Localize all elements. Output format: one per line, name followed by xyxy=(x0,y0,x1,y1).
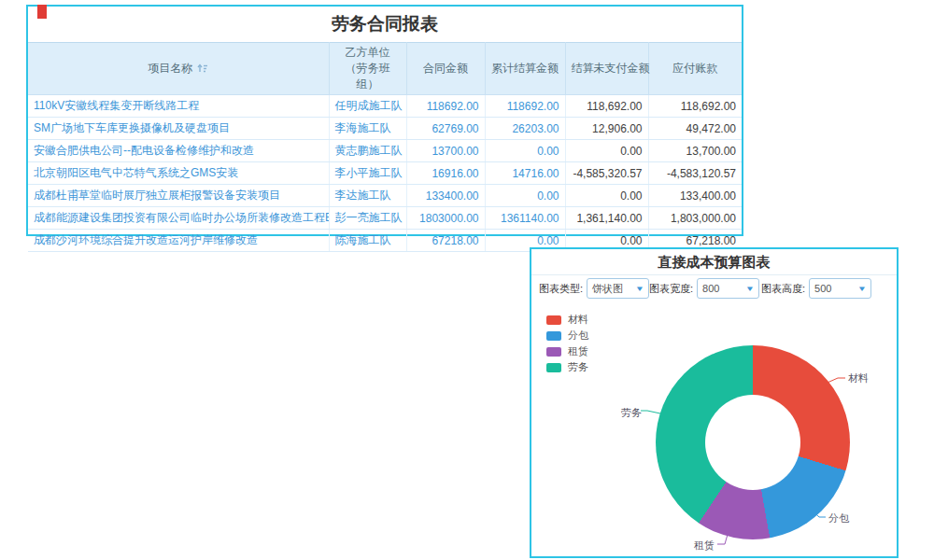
legend-item-materials[interactable]: 材料 xyxy=(546,315,588,325)
report-table-body: 110kV安徽线程集变开断线路工程任明成施工队118692.00118692.0… xyxy=(28,95,742,252)
cell-unpaid: 12,906.00 xyxy=(565,118,648,140)
legend-item-lease[interactable]: 租赁 xyxy=(546,346,588,357)
slice-label-materials: 材料 xyxy=(848,371,869,385)
cell-project: 北京朝阳区电气中芯特气系统之GMS安装 xyxy=(28,162,329,185)
legend-label: 劳务 xyxy=(568,360,588,374)
report-table: 项目名称 乙方单位（劳务班组） 合同金额 累计结算金额 结算未支付金额 应付账款… xyxy=(28,42,742,252)
cell-payable: 118,692.00 xyxy=(648,95,742,118)
cell-settled: 118692.00 xyxy=(485,95,565,118)
chart-type-value: 饼状图 xyxy=(592,282,623,296)
cell-project: 成都沙河环境综合提升改造运河护岸维修改造 xyxy=(28,230,329,252)
sort-icon[interactable] xyxy=(197,63,208,77)
cell-project: SM广场地下车库更换摄像机及硬盘项目 xyxy=(28,118,329,140)
cell-unpaid: 0.00 xyxy=(565,185,648,207)
red-marker xyxy=(37,5,47,19)
table-row[interactable]: 成都杜甫草堂临时展厅独立展柜报警设备安装项目李达施工队133400.000.00… xyxy=(28,185,742,207)
slice-label-lease: 租赁 xyxy=(694,539,715,553)
slice-label-labor: 劳务 xyxy=(621,406,642,420)
cell-settled: 14716.00 xyxy=(485,162,565,185)
table-row[interactable]: SM广场地下车库更换摄像机及硬盘项目李海施工队62769.0026203.001… xyxy=(28,118,742,140)
table-row[interactable]: 北京朝阳区电气中芯特气系统之GMS安装李小平施工队16916.0014716.0… xyxy=(28,162,742,185)
cell-payable: 13,700.00 xyxy=(648,140,742,162)
chart-type-select[interactable]: 饼状图 ▼ xyxy=(587,278,649,299)
column-header-contract-amount: 合同金额 xyxy=(406,43,485,95)
table-header-row: 项目名称 乙方单位（劳务班组） 合同金额 累计结算金额 结算未支付金额 应付账款 xyxy=(28,43,742,95)
cell-project: 110kV安徽线程集变开断线路工程 xyxy=(28,95,329,118)
cell-team: 黄志鹏施工队 xyxy=(329,140,406,162)
labor-contract-report-panel: 劳务合同报表 项目名称 乙方单位（劳务班组） 合同金额 累计结算金额 结算未支付… xyxy=(26,5,743,236)
cell-team: 李达施工队 xyxy=(329,185,406,207)
legend-swatch xyxy=(546,331,561,341)
cell-team: 李海施工队 xyxy=(329,118,406,140)
chart-width-label: 图表宽度: xyxy=(649,282,693,296)
chart-legend: 材料 分包 租赁 劳务 xyxy=(546,315,588,378)
chevron-down-icon: ▼ xyxy=(745,285,755,293)
column-header-project[interactable]: 项目名称 xyxy=(28,43,329,95)
cell-settled: 1361140.00 xyxy=(485,207,565,230)
legend-swatch xyxy=(546,363,561,372)
column-header-payable: 应付账款 xyxy=(648,43,742,95)
table-row[interactable]: 安徽合肥供电公司--配电设备检修维护和改造黄志鹏施工队13700.000.000… xyxy=(28,140,742,162)
cell-team: 彭一亮施工队 xyxy=(329,207,406,230)
donut-pie-chart[interactable] xyxy=(656,345,850,539)
cell-unpaid: 0.00 xyxy=(565,140,648,162)
cell-payable: 1,803,000.00 xyxy=(648,207,742,230)
cell-project: 安徽合肥供电公司--配电设备检修维护和改造 xyxy=(28,140,329,162)
legend-item-subcontract[interactable]: 分包 xyxy=(546,330,588,341)
direct-cost-budget-chart-panel: 直接成本预算图表 图表类型: 饼状图 ▼ 图表宽度: 800 ▼ 图表高度: 5… xyxy=(530,247,899,558)
chart-width-value: 800 xyxy=(702,283,719,294)
cell-contract: 118692.00 xyxy=(406,95,485,118)
cell-team: 李小平施工队 xyxy=(329,162,406,185)
cell-team: 陈海施工队 xyxy=(329,230,406,252)
column-header-settled-amount: 累计结算金额 xyxy=(485,43,565,95)
cell-contract: 133400.00 xyxy=(406,185,485,207)
table-row[interactable]: 成都能源建设集团投资有限公司临时办公场所装修改造工程EPC彭一亮施工队18030… xyxy=(28,207,742,230)
cell-project: 成都杜甫草堂临时展厅独立展柜报警设备安装项目 xyxy=(28,185,329,207)
cell-contract: 13700.00 xyxy=(406,140,485,162)
cell-unpaid: 118,692.00 xyxy=(565,95,648,118)
chevron-down-icon: ▼ xyxy=(635,285,644,293)
cell-settled: 26203.00 xyxy=(485,118,565,140)
legend-label: 租赁 xyxy=(568,344,588,358)
column-header-unpaid-amount: 结算未支付金额 xyxy=(565,43,648,95)
chart-height-label: 图表高度: xyxy=(761,282,805,296)
column-header-project-label: 项目名称 xyxy=(148,62,192,75)
cell-settled: 0.00 xyxy=(485,140,565,162)
cell-contract: 62769.00 xyxy=(406,118,485,140)
chart-height-value: 500 xyxy=(814,283,831,294)
cell-unpaid: -4,585,320.57 xyxy=(565,162,648,185)
legend-label: 分包 xyxy=(568,329,588,343)
chart-title: 直接成本预算图表 xyxy=(531,249,897,275)
cell-settled: 0.00 xyxy=(485,185,565,207)
legend-swatch xyxy=(546,315,561,325)
chart-type-control: 图表类型: 饼状图 ▼ xyxy=(539,278,649,299)
cell-unpaid: 1,361,140.00 xyxy=(565,207,648,230)
cell-contract: 1803000.00 xyxy=(406,207,485,230)
cell-payable: -4,583,120.57 xyxy=(648,162,742,185)
chart-type-label: 图表类型: xyxy=(539,282,583,296)
legend-label: 材料 xyxy=(568,313,588,327)
chart-width-select[interactable]: 800 ▼ xyxy=(697,278,759,299)
cell-payable: 133,400.00 xyxy=(648,185,742,207)
chart-height-select[interactable]: 500 ▼ xyxy=(809,278,871,299)
cell-team: 任明成施工队 xyxy=(329,95,406,118)
chart-width-control: 图表宽度: 800 ▼ xyxy=(649,278,759,299)
chevron-down-icon: ▼ xyxy=(857,285,867,293)
donut-hole xyxy=(705,395,800,490)
report-title: 劳务合同报表 xyxy=(28,7,742,42)
column-header-team: 乙方单位（劳务班组） xyxy=(329,43,406,95)
cell-project: 成都能源建设集团投资有限公司临时办公场所装修改造工程EPC xyxy=(28,207,329,230)
legend-swatch xyxy=(546,347,561,357)
chart-height-control: 图表高度: 500 ▼ xyxy=(761,278,871,299)
cell-contract: 16916.00 xyxy=(406,162,485,185)
slice-label-subcontract: 分包 xyxy=(828,511,849,525)
cell-payable: 49,472.00 xyxy=(648,118,742,140)
table-row[interactable]: 110kV安徽线程集变开断线路工程任明成施工队118692.00118692.0… xyxy=(28,95,742,118)
cell-contract: 67218.00 xyxy=(406,230,485,252)
legend-item-labor[interactable]: 劳务 xyxy=(546,362,588,372)
